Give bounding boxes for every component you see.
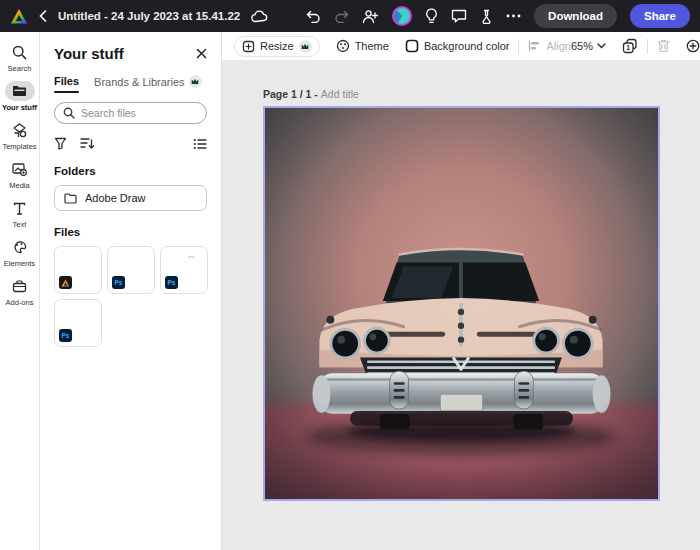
sidebar-item-search[interactable]: Search xyxy=(0,42,40,73)
sort-icon[interactable] xyxy=(80,137,95,150)
toolbar-separator xyxy=(647,39,648,54)
file-thumbnail[interactable]: Ps xyxy=(54,299,102,347)
plus-circle-icon xyxy=(686,39,700,53)
search-files-box[interactable] xyxy=(54,102,207,124)
background-color-swatch xyxy=(405,39,419,53)
sidebar-item-media[interactable]: Media xyxy=(0,159,40,190)
folder-item-adobe-draw[interactable]: Adobe Draw xyxy=(54,185,207,211)
align-button[interactable]: Align xyxy=(528,40,570,52)
document-toolbar: Resize Theme Background color Align 65% xyxy=(222,32,700,60)
share-button[interactable]: Share xyxy=(630,4,690,28)
folder-name: Adobe Draw xyxy=(85,192,146,204)
canvas-page[interactable] xyxy=(263,106,660,501)
sidebar-item-elements[interactable]: Elements xyxy=(0,237,40,268)
close-panel-icon[interactable] xyxy=(196,48,207,59)
workspace: Page 1 / 1 -Add title xyxy=(222,60,700,550)
background-color-label: Background color xyxy=(424,40,510,52)
photoshop-badge: Ps xyxy=(165,276,178,289)
sidebar-item-your-stuff[interactable]: Your stuff xyxy=(0,81,40,112)
list-view-icon[interactable] xyxy=(193,138,207,150)
folder-icon xyxy=(5,81,35,101)
page-title-row[interactable]: Page 1 / 1 -Add title xyxy=(263,88,359,100)
files-heading: Files xyxy=(54,226,207,238)
file-thumbnail[interactable] xyxy=(54,246,102,294)
sidebar-label: Text xyxy=(13,220,27,229)
sidebar-label: Your stuff xyxy=(2,103,37,112)
folder-icon xyxy=(64,193,77,204)
sidebar-label: Media xyxy=(9,181,29,190)
sidebar-label: Add-ons xyxy=(6,298,34,307)
search-icon xyxy=(5,42,35,62)
premium-crown-icon xyxy=(299,40,312,53)
redo-button[interactable] xyxy=(334,10,349,23)
background-color-button[interactable]: Background color xyxy=(405,39,510,53)
file-thumbnail[interactable]: Ps xyxy=(160,246,208,294)
document-title[interactable]: Untitled - 24 July 2023 at 15.41.22 xyxy=(58,10,240,22)
panel-tabs: Files Brands & Libraries xyxy=(54,75,207,94)
tab-files[interactable]: Files xyxy=(54,75,79,93)
photoshop-badge: Ps xyxy=(59,329,72,342)
premium-crown-icon xyxy=(189,75,202,88)
ideas-lightbulb-icon[interactable] xyxy=(425,8,438,24)
zoom-level-value: 65% xyxy=(571,40,593,52)
sidebar-item-text[interactable]: Text xyxy=(0,198,40,229)
add-title-placeholder[interactable]: Add title xyxy=(321,88,359,100)
resize-label: Resize xyxy=(260,40,294,52)
comments-icon[interactable] xyxy=(451,9,467,23)
sidebar-label: Elements xyxy=(4,259,35,268)
car-image[interactable] xyxy=(265,108,658,499)
align-icon xyxy=(528,40,541,52)
file-thumbnail[interactable]: Ps xyxy=(107,246,155,294)
filter-icon[interactable] xyxy=(54,137,67,150)
page-indicator: Page 1 / 1 - xyxy=(263,88,318,100)
resize-icon xyxy=(242,40,255,53)
invite-people-icon[interactable] xyxy=(362,9,379,24)
zoom-level-dropdown[interactable]: 65% xyxy=(571,40,606,52)
user-avatar[interactable] xyxy=(392,6,412,26)
theme-button[interactable]: Theme xyxy=(336,39,389,53)
elements-shapes-icon xyxy=(5,237,35,257)
tab-label: Brands & Libraries xyxy=(94,76,185,88)
files-grid: Ps Ps Ps xyxy=(54,246,207,347)
toolbar-separator xyxy=(518,39,519,54)
search-icon xyxy=(63,107,75,119)
align-label: Align xyxy=(546,40,570,52)
theme-icon xyxy=(336,39,350,53)
left-rail: Search Your stuff Templates Media Text E… xyxy=(0,32,40,550)
chevron-down-icon xyxy=(597,43,606,49)
add-button[interactable]: Add xyxy=(686,39,700,53)
your-stuff-panel: Your stuff Files Brands & Libraries xyxy=(40,32,222,550)
media-icon xyxy=(5,159,35,179)
search-files-input[interactable] xyxy=(81,107,198,119)
adobe-express-logo-icon[interactable] xyxy=(10,8,28,24)
adobe-express-badge-icon xyxy=(59,276,72,289)
photoshop-badge: Ps xyxy=(112,276,125,289)
sidebar-label: Templates xyxy=(2,142,36,151)
beaker-labs-icon[interactable] xyxy=(480,9,493,24)
more-options-icon[interactable] xyxy=(506,14,521,18)
tab-brands-libraries[interactable]: Brands & Libraries xyxy=(94,75,202,94)
download-button[interactable]: Download xyxy=(534,4,617,28)
templates-icon xyxy=(5,120,35,140)
cloud-saved-icon[interactable] xyxy=(251,10,268,23)
sketch-mark xyxy=(187,254,195,260)
text-icon xyxy=(5,198,35,218)
back-chevron-icon[interactable] xyxy=(39,10,47,22)
svg-text:1: 1 xyxy=(626,44,630,51)
resize-button[interactable]: Resize xyxy=(234,36,320,57)
theme-label: Theme xyxy=(355,40,389,52)
topbar: Untitled - 24 July 2023 at 15.41.22 Down… xyxy=(0,0,700,32)
folders-heading: Folders xyxy=(54,165,207,177)
sidebar-label: Search xyxy=(8,64,32,73)
delete-icon[interactable] xyxy=(657,39,670,53)
sidebar-item-add-ons[interactable]: Add-ons xyxy=(0,276,40,307)
sidebar-item-templates[interactable]: Templates xyxy=(0,120,40,151)
panel-actions xyxy=(54,137,207,150)
panel-title: Your stuff xyxy=(54,45,124,62)
pages-overview-button[interactable]: 1 xyxy=(622,38,638,54)
undo-button[interactable] xyxy=(306,10,321,23)
add-ons-icon xyxy=(5,276,35,296)
